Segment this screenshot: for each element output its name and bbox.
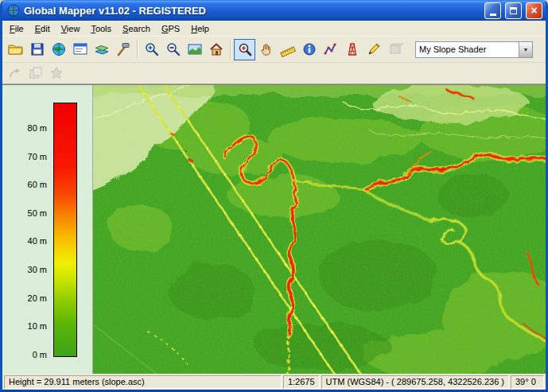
- status-position: UTM (WGS84) - ( 289675.258, 4322526.236 …: [321, 375, 509, 389]
- zoom-tool-icon: [237, 41, 253, 57]
- star-burst-icon: [49, 65, 64, 81]
- pan-tool-button[interactable]: [255, 39, 277, 60]
- app-icon: [7, 4, 20, 17]
- zoom-in-icon: [144, 41, 160, 57]
- toolbar-main: My Slope Shader ▼: [2, 37, 546, 63]
- bent-arrow-icon: [7, 65, 23, 81]
- legend-tick: 60 m: [7, 179, 47, 190]
- elevation-gradient-bar: [53, 103, 77, 357]
- close-icon: ×: [531, 5, 537, 16]
- globe-icon: [51, 41, 67, 57]
- digitizer-tool-button[interactable]: [363, 39, 384, 60]
- floppy-save-icon: [29, 41, 45, 57]
- legend-tick: 50 m: [7, 208, 47, 219]
- menu-tools[interactable]: Tools: [85, 22, 117, 35]
- hand-pan-icon: [258, 41, 274, 57]
- hammer-config-icon: [115, 41, 131, 57]
- legend-tick: 0 m: [7, 349, 47, 360]
- menu-edit[interactable]: Edit: [29, 22, 56, 35]
- status-scale: 1:2675: [283, 375, 320, 389]
- control-center-icon: [72, 41, 88, 57]
- map-area: 80 m 70 m 60 m 50 m 40 m 30 m 20 m 10 m …: [2, 84, 546, 374]
- minimize-button[interactable]: [484, 2, 501, 19]
- full-view-button[interactable]: [184, 39, 205, 60]
- online-data-button[interactable]: [48, 39, 69, 60]
- status-height: Height = 29.911 meters (slope.asc): [4, 375, 282, 389]
- info-icon: [301, 41, 317, 57]
- close-button[interactable]: ×: [526, 2, 542, 19]
- path-profile-button[interactable]: [320, 39, 341, 60]
- toolbar-separator: [137, 40, 138, 59]
- shader-combo[interactable]: My Slope Shader ▼: [415, 41, 533, 58]
- maximize-button[interactable]: [505, 2, 522, 19]
- path-profile-icon: [323, 41, 339, 57]
- slope-raster: [93, 85, 546, 374]
- home-icon: [208, 41, 224, 57]
- status-bar: Height = 29.911 meters (slope.asc) 1:267…: [2, 374, 546, 390]
- legend-tick: 10 m: [7, 320, 47, 332]
- menu-bar: File Edit View Tools Search GPS Help: [2, 21, 546, 37]
- legend-tick: 40 m: [7, 235, 47, 246]
- save-button[interactable]: [26, 39, 48, 60]
- ruler-icon: [280, 41, 296, 57]
- home-button[interactable]: [205, 39, 227, 60]
- zoom-tool-button[interactable]: [234, 39, 255, 60]
- zoom-in-button[interactable]: [141, 39, 162, 60]
- map-view[interactable]: [93, 85, 546, 374]
- minimize-icon: [490, 14, 496, 16]
- titlebar: Global Mapper v11.02 - REGISTERED ×: [2, 0, 546, 21]
- windows-copy-icon: [28, 65, 44, 81]
- menu-search[interactable]: Search: [117, 22, 156, 35]
- legend-tick: 30 m: [7, 264, 47, 275]
- folder-open-icon: [8, 41, 24, 57]
- control-center-button[interactable]: [69, 39, 91, 60]
- disabled-vertices-button[interactable]: [5, 64, 25, 83]
- legend-tick: 80 m: [7, 122, 47, 134]
- toolbar-separator: [230, 40, 231, 59]
- legend-tick: 20 m: [7, 293, 47, 304]
- pencil-icon: [366, 41, 382, 57]
- menu-help[interactable]: Help: [185, 22, 215, 35]
- maximize-icon: [510, 7, 517, 14]
- zoom-out-icon: [165, 41, 181, 57]
- overlay-options-button[interactable]: [91, 39, 112, 60]
- chevron-down-icon[interactable]: ▼: [519, 42, 532, 57]
- legend-tick: 70 m: [7, 151, 47, 162]
- elevation-legend: 80 m 70 m 60 m 50 m 40 m 30 m 20 m 10 m …: [2, 85, 93, 374]
- zoom-out-button[interactable]: [162, 39, 184, 60]
- app-window: Global Mapper v11.02 - REGISTERED × File…: [0, 0, 548, 392]
- menu-gps[interactable]: GPS: [156, 22, 185, 35]
- tower-icon: [344, 41, 360, 57]
- feature-info-button[interactable]: [298, 39, 320, 60]
- menu-file[interactable]: File: [4, 22, 29, 35]
- open-file-button[interactable]: [5, 39, 26, 60]
- view-3d-button[interactable]: [341, 39, 363, 60]
- measure-tool-button[interactable]: [277, 39, 298, 60]
- status-angle: 39° 0: [511, 375, 544, 389]
- configuration-button[interactable]: [112, 39, 134, 60]
- layers-icon: [94, 41, 110, 57]
- window-title: Global Mapper v11.02 - REGISTERED: [24, 5, 480, 17]
- disabled-tool-button[interactable]: [384, 39, 406, 60]
- disabled-effects-button[interactable]: [46, 64, 67, 83]
- shader-combo-value: My Slope Shader: [416, 45, 519, 54]
- disabled-tool-icon: [387, 41, 403, 57]
- full-extent-icon: [187, 41, 203, 57]
- disabled-copy-button[interactable]: [25, 64, 46, 83]
- toolbar-secondary: [2, 63, 546, 84]
- menu-view[interactable]: View: [56, 22, 86, 35]
